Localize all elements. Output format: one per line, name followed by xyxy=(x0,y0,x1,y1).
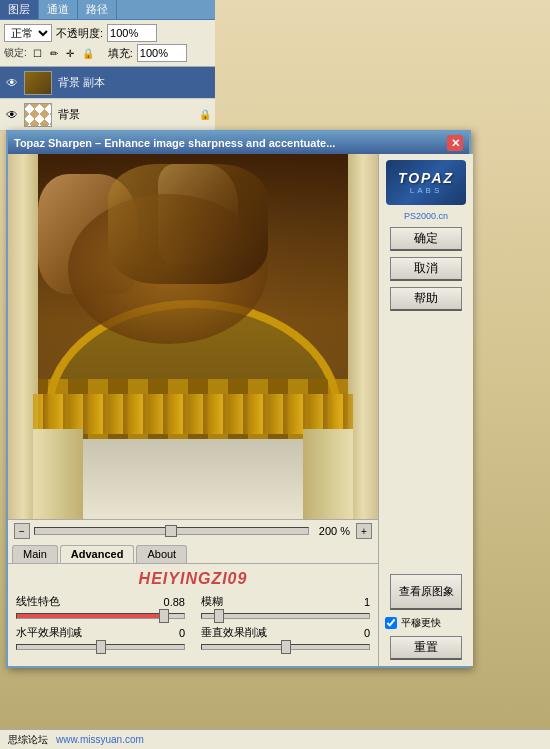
settings-panel: HEIYINGZI09 线性特色 0.88 xyxy=(8,564,378,666)
settings-left-col: 线性特色 0.88 水平效果削减 0 xyxy=(16,594,185,656)
settings-row: 线性特色 0.88 水平效果削减 0 xyxy=(16,594,370,656)
layer-item-copy[interactable]: 👁 背景 副本 xyxy=(0,67,215,99)
blur-value: 1 xyxy=(364,596,370,608)
lock-icon-all[interactable]: 🔒 xyxy=(82,48,94,59)
reset-button[interactable]: 重置 xyxy=(390,636,462,660)
linear-color-setting: 线性特色 0.88 xyxy=(16,594,185,619)
bottom-tabs: Main Advanced About xyxy=(8,542,378,564)
blur-setting: 模糊 1 xyxy=(201,594,370,619)
preview-area: − 200 % + Main Advanced About HEIYINGZI0… xyxy=(8,154,378,666)
mural-figures-group xyxy=(108,164,268,284)
lock-indicator-icon: 🔒 xyxy=(199,109,211,120)
cancel-button[interactable]: 取消 xyxy=(390,257,462,281)
dialog-body: − 200 % + Main Advanced About HEIYINGZI0… xyxy=(8,154,469,666)
blur-label: 模糊 xyxy=(201,594,223,609)
linear-color-slider[interactable] xyxy=(16,613,185,619)
layer-visibility-icon[interactable]: 👁 xyxy=(4,75,20,91)
smooth-label: 平穆更快 xyxy=(401,616,441,630)
fill-input[interactable]: 100% xyxy=(137,44,187,62)
blur-thumb[interactable] xyxy=(214,609,224,623)
watermark-text: HEIYINGZI09 xyxy=(16,570,370,588)
layers-panel: 图层 通道 路径 正常 不透明度: 100% 锁定: ☐ ✏ ✛ 🔒 填充: 1… xyxy=(0,0,215,131)
tab-about[interactable]: About xyxy=(136,545,187,563)
zoom-slider-thumb[interactable] xyxy=(165,525,177,537)
settings-right-col: 模糊 1 垂直效果削减 0 xyxy=(201,594,370,656)
horizontal-reduce-slider[interactable] xyxy=(16,644,185,650)
linear-color-thumb[interactable] xyxy=(159,609,169,623)
mural-left-pillar xyxy=(33,429,83,519)
blend-mode-select[interactable]: 正常 xyxy=(4,24,52,42)
dialog-close-button[interactable]: ✕ xyxy=(447,135,463,151)
layer-thumbnail xyxy=(24,71,52,95)
layer-list: 👁 背景 副本 👁 背景 🔒 xyxy=(0,67,215,131)
tab-channels[interactable]: 通道 xyxy=(39,0,78,19)
topaz-site: PS2000.cn xyxy=(404,211,448,221)
vertical-reduce-thumb[interactable] xyxy=(281,640,291,654)
linear-color-header: 线性特色 0.88 xyxy=(16,594,185,609)
lock-icon-box[interactable]: ☐ xyxy=(33,48,42,59)
tab-advanced[interactable]: Advanced xyxy=(60,545,135,563)
opacity-input[interactable]: 100% xyxy=(107,24,157,42)
lock-icon-pen[interactable]: ✏ xyxy=(50,48,58,59)
vertical-reduce-setting: 垂直效果削减 0 xyxy=(201,625,370,650)
zoom-label: 200 % xyxy=(319,525,350,537)
plugin-dialog: Topaz Sharpen – Enhance image sharpness … xyxy=(6,130,471,668)
horizontal-reduce-thumb[interactable] xyxy=(96,640,106,654)
layer-tabs: 图层 通道 路径 xyxy=(0,0,215,20)
help-button[interactable]: 帮助 xyxy=(390,287,462,311)
linear-color-fill xyxy=(17,614,164,618)
tab-layers[interactable]: 图层 xyxy=(0,0,39,19)
horizontal-reduce-value: 0 xyxy=(179,627,185,639)
zoom-slider-track[interactable] xyxy=(34,527,309,535)
linear-color-label: 线性特色 xyxy=(16,594,60,609)
dialog-title: Topaz Sharpen – Enhance image sharpness … xyxy=(14,137,447,149)
smooth-checkbox[interactable] xyxy=(385,617,397,629)
vertical-reduce-header: 垂直效果削减 0 xyxy=(201,625,370,640)
view-original-button[interactable]: 查看原图象 xyxy=(390,574,462,610)
topaz-logo-sub: LABS xyxy=(410,186,442,195)
mural-ornament-band xyxy=(33,394,353,434)
layer-bg-visibility-icon[interactable]: 👁 xyxy=(4,107,20,123)
vertical-reduce-label: 垂直效果削减 xyxy=(201,625,267,640)
vertical-reduce-value: 0 xyxy=(364,627,370,639)
plugin-sidebar: TOPAZ LABS PS2000.cn 确定 取消 帮助 查看原图象 平穆更快… xyxy=(378,154,473,666)
lock-icon-move[interactable]: ✛ xyxy=(66,48,74,59)
vertical-reduce-slider[interactable] xyxy=(201,644,370,650)
tab-main[interactable]: Main xyxy=(12,545,58,563)
mural-right-pillar xyxy=(303,429,353,519)
lock-label: 锁定: xyxy=(4,46,27,60)
linear-color-value: 0.88 xyxy=(164,596,185,608)
fill-label: 填充: xyxy=(108,46,133,61)
zoom-in-button[interactable]: + xyxy=(356,523,372,539)
dialog-titlebar: Topaz Sharpen – Enhance image sharpness … xyxy=(8,132,469,154)
layer-item-bg[interactable]: 👁 背景 🔒 xyxy=(0,99,215,131)
horizontal-reduce-header: 水平效果削减 0 xyxy=(16,625,185,640)
mural-background xyxy=(8,154,378,519)
zoom-slider-row: − 200 % + xyxy=(8,519,378,542)
tab-paths[interactable]: 路径 xyxy=(78,0,117,19)
blur-header: 模糊 1 xyxy=(201,594,370,609)
zoom-out-button[interactable]: − xyxy=(14,523,30,539)
topaz-logo: TOPAZ LABS xyxy=(386,160,466,205)
horizontal-reduce-label: 水平效果削减 xyxy=(16,625,82,640)
status-url: www.missyuan.com xyxy=(56,734,144,745)
layer-controls: 正常 不透明度: 100% 锁定: ☐ ✏ ✛ 🔒 填充: 100% xyxy=(0,20,215,67)
status-forum: 思综论坛 xyxy=(8,733,48,747)
confirm-button[interactable]: 确定 xyxy=(390,227,462,251)
horizontal-reduce-setting: 水平效果削减 0 xyxy=(16,625,185,650)
status-bar: 思综论坛 www.missyuan.com xyxy=(0,729,550,749)
layer-name-copy: 背景 副本 xyxy=(58,75,211,90)
opacity-label: 不透明度: xyxy=(56,26,103,41)
layer-name-bg: 背景 xyxy=(58,107,199,122)
preview-image[interactable] xyxy=(8,154,378,519)
layer-bg-thumbnail xyxy=(24,103,52,127)
smooth-checkbox-row: 平穆更快 xyxy=(385,616,467,630)
blur-slider[interactable] xyxy=(201,613,370,619)
topaz-logo-text: TOPAZ xyxy=(398,170,454,186)
